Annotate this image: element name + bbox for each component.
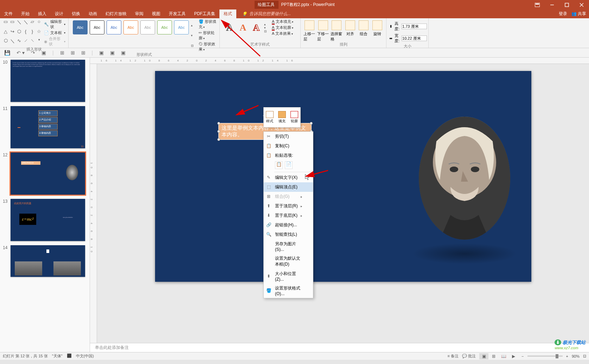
shape-style-3[interactable]: Abc [107,20,121,34]
selection-pane-button[interactable]: 选择窗格 [331,20,343,42]
tab-view[interactable]: 视图 [148,9,165,18]
paste-option-2[interactable]: 📄 [285,161,293,169]
handle-w[interactable] [217,130,220,133]
shape-style-5[interactable]: Abc [140,20,155,34]
shape-effects-button[interactable]: ◎ 形状效果▾ [199,41,217,52]
status-font: "天体" [52,353,63,359]
watermark-line1: 极光下载站 [563,340,585,345]
status-comments-button[interactable]: 💬 批注 [462,353,476,359]
mini-outline-button[interactable]: 轮廓 [290,111,298,124]
send-backward-button[interactable]: 下移一层 [317,20,329,42]
width-input[interactable] [402,35,427,41]
tab-home[interactable]: 开始 [17,9,34,18]
tell-me-placeholder: 告诉我您想要做什么... [249,11,291,17]
einstein-image[interactable] [419,117,510,240]
fit-to-window-button[interactable]: ⊡ [583,354,586,358]
group-icon: ⊞ [266,194,271,200]
tab-format[interactable]: 格式 [219,9,236,18]
tab-file[interactable]: 文件 [0,9,17,18]
rotate-button[interactable]: 旋转 [371,20,384,37]
ribbon-display-options-button[interactable] [530,0,545,9]
close-button[interactable] [574,0,589,9]
thumb-num-11: 11 [3,106,8,148]
zoom-out-button[interactable]: − [521,354,524,358]
ctx-format-shape[interactable]: 🪣设置形状格式(O)... [264,284,313,298]
handle-sw[interactable] [217,138,220,141]
tab-developer[interactable]: 开发工具 [165,9,190,18]
ctx-smart-lookup[interactable]: 🔍智能查找(L) [264,230,313,239]
ctx-bring-to-front[interactable]: ⬆置于顶层(R)▸ [264,201,313,211]
group-label-insert-shapes: 插入形状 [3,47,65,52]
view-normal-button[interactable]: ▣ [479,353,488,359]
shape-style-6[interactable]: Abc [157,20,172,34]
edit-shape-button[interactable]: 🔧 编辑形状▾ [44,19,65,30]
tab-pdf-tools[interactable]: PDF工具集 [190,9,219,18]
shapes-gallery[interactable]: ▭▭＼＼▱○ △↪⬡{}☆ ⬡＼∿⟋⟍▾ [3,19,42,47]
text-effects-label: 文本效果 [275,31,291,35]
shape-style-gallery[interactable]: Abc Abc Abc Abc Abc Abc Abc ▴▾⊟ [71,19,197,52]
thumbnail-slide-13[interactable]: 13 此处照片的照题 ε=mc² text placeholder [0,197,90,243]
slide-canvas[interactable]: 这里是举例文本内容，这里是举例文本内容。 ↻ [155,71,531,282]
height-input[interactable] [402,24,427,29]
ctx-send-to-back[interactable]: ⬇置于底层(K)▸ [264,211,313,220]
shape-outline-button[interactable]: ✏ 形状轮廓▾ [199,30,217,41]
align-label: 对齐 [346,31,354,37]
text-effects-button[interactable]: A 文本效果▾ [272,31,293,36]
tab-slideshow[interactable]: 幻灯片放映 [101,9,131,18]
edit-points-icon: ⬚ [266,184,271,190]
paste-option-1[interactable]: 📋 [275,161,283,169]
maximize-button[interactable] [559,0,574,9]
ctx-edit-points[interactable]: ⬚编辑顶点(E) [264,182,313,192]
tab-animation[interactable]: 动画 [84,9,101,18]
zoom-in-button[interactable]: + [566,354,568,358]
bring-forward-button[interactable]: 上移一层 [303,20,316,42]
merge-shape-button[interactable]: ◉ 合并形状▾ [44,36,65,47]
shape-style-7[interactable]: Abc [174,20,189,34]
thumbnail-slide-12[interactable]: 12 这里是举例文本 [0,150,90,197]
thumbnail-slide-14[interactable]: 14 [0,243,90,279]
login-button[interactable]: 登录 [559,11,567,17]
text-fill-button[interactable]: A̲ 文本填充▾ [272,19,293,24]
ctx-copy[interactable]: 📋复制(C) [264,141,313,151]
tab-transition[interactable]: 切换 [68,9,84,18]
edit-shape-label: 编辑形状 [50,19,62,30]
ctx-back-label: 置于底层(K) [275,213,297,219]
handle-nw[interactable] [217,122,220,125]
mini-toolbar: 样式 填充 轮廓 [263,107,301,128]
thumb-num-13: 13 [3,199,8,241]
ctx-cut[interactable]: ✂剪切(T) [264,132,313,141]
tab-review[interactable]: 审阅 [131,9,148,18]
group-button[interactable]: 组合 [358,20,370,37]
view-reading-button[interactable]: 📖 [499,353,508,359]
mini-fill-button[interactable]: 填充 [278,111,286,124]
zoom-level[interactable]: 90% [572,354,580,358]
ctx-set-default-textbox[interactable]: 设置为默认文本框(D) [264,254,313,269]
ctx-save-as-picture[interactable]: 另存为图片(S)... [264,239,313,254]
shape-fill-button[interactable]: 🪣 形状填充▾ [199,19,217,30]
handle-ne[interactable] [310,122,313,125]
tell-me-search[interactable]: 💡 告诉我您想要做什么... [236,11,291,17]
ctx-front-label: 置于顶层(R) [275,203,298,209]
thumbnail-slide-10[interactable]: 10 Lorem ipsum dolor sit amet consectetu… [0,58,90,104]
thumbnail-slide-11[interactable]: 11 1 公司简介 2 产品介绍 3 举例内容 4 举例内容 11 [0,104,90,150]
status-language[interactable]: 中文(中国) [76,353,94,359]
minimize-button[interactable] [545,0,559,9]
status-notes-button[interactable]: ≡ 备注 [448,353,459,359]
ctx-size-position[interactable]: ⬍大小和位置(Z)... [264,269,313,284]
shape-style-2[interactable]: Abc [90,20,104,34]
view-sorter-button[interactable]: ⊞ [489,353,498,359]
ctx-hyperlink[interactable]: 🔗超链接(H)... [264,220,313,230]
share-button[interactable]: 👥 共享 [571,11,586,17]
shape-style-1[interactable]: Abc [73,20,88,34]
text-box-button[interactable]: 📄 文本框▾ [44,30,65,35]
slide-thumbnail-panel[interactable]: 10 Lorem ipsum dolor sit amet consectetu… [0,58,90,352]
align-button[interactable]: 对齐 [344,20,357,37]
shape-style-4[interactable]: Abc [123,20,138,34]
zoom-slider[interactable] [527,356,563,357]
text-outline-button[interactable]: A̲ 文本轮廓▾ [272,25,293,30]
tab-design[interactable]: 设计 [51,9,68,18]
mini-style-button[interactable]: 样式 [266,111,274,124]
tab-insert[interactable]: 插入 [34,9,51,18]
view-slideshow-button[interactable]: ▶ [509,353,518,359]
notes-pane[interactable]: 单击此处添加备注 [90,343,589,352]
